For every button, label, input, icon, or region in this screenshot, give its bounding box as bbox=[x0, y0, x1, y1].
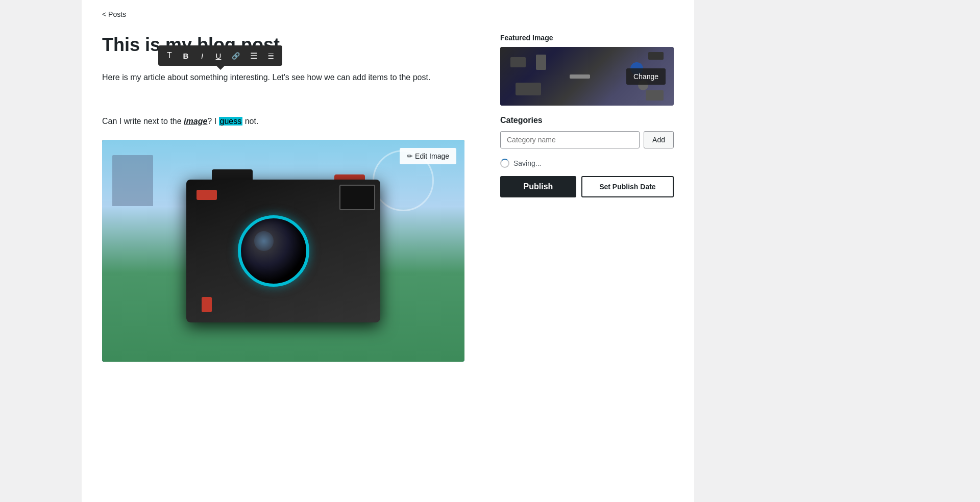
saving-text: Saving... bbox=[513, 159, 541, 167]
publish-row: Publish Set Publish Date bbox=[500, 176, 674, 197]
paragraph-2: Can I write next to the image? I guess n… bbox=[102, 115, 480, 128]
back-to-posts-link[interactable]: < Posts bbox=[102, 10, 674, 18]
format-toolbar: T B I U 🔗 ☰ ≣ bbox=[158, 45, 282, 66]
categories-label: Categories bbox=[500, 116, 674, 125]
change-featured-image-button[interactable]: Change bbox=[626, 68, 666, 85]
paragraph-1-container: T B I U 🔗 ☰ ≣ Here is my article about s… bbox=[102, 71, 480, 84]
format-align-left-btn[interactable]: ☰ bbox=[246, 48, 261, 63]
format-bold-btn[interactable]: B bbox=[179, 48, 193, 63]
format-align-right-btn[interactable]: ≣ bbox=[263, 48, 278, 63]
paragraph-2-guess-word: guess bbox=[219, 117, 243, 126]
paragraph-2-middle: ? I bbox=[207, 117, 218, 126]
edit-image-button[interactable]: ✏ Edit Image bbox=[400, 148, 456, 164]
saving-indicator-row: Saving... bbox=[500, 159, 674, 168]
paragraph-1-text: Here is my article about something inter… bbox=[102, 73, 430, 82]
featured-image-thumbnail: Change bbox=[500, 47, 674, 106]
categories-section: Categories Add bbox=[500, 116, 674, 148]
paragraph-2-prefix: Can I write next to the bbox=[102, 117, 184, 126]
set-publish-date-button[interactable]: Set Publish Date bbox=[581, 176, 674, 197]
inline-photo: ✏ Edit Image bbox=[102, 140, 464, 362]
category-name-input[interactable] bbox=[500, 131, 640, 148]
publish-button[interactable]: Publish bbox=[500, 176, 576, 197]
inline-image-container: ✏ Edit Image bbox=[102, 140, 464, 362]
format-italic-btn[interactable]: I bbox=[195, 48, 209, 63]
saving-spinner bbox=[500, 159, 509, 168]
featured-image-section: Featured Image Change bbox=[500, 34, 674, 106]
add-category-button[interactable]: Add bbox=[644, 131, 674, 148]
format-link-btn[interactable]: 🔗 bbox=[228, 48, 244, 63]
paragraph-2-image-word: image bbox=[184, 117, 207, 126]
sidebar: Featured Image Change bbox=[500, 34, 674, 197]
format-underline-btn[interactable]: U bbox=[211, 48, 226, 63]
featured-image-label: Featured Image bbox=[500, 34, 674, 42]
paragraph-2-suffix: not. bbox=[242, 117, 258, 126]
format-text-btn[interactable]: T bbox=[162, 48, 177, 63]
category-input-row: Add bbox=[500, 131, 674, 148]
